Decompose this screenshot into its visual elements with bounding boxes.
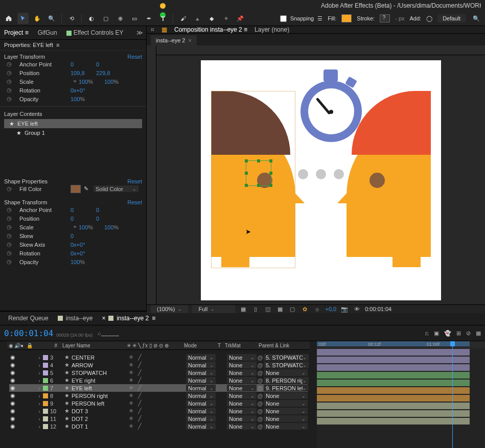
visibility-toggle[interactable]: ◉: [9, 361, 16, 369]
reset-shape-transform[interactable]: Reset: [127, 199, 142, 205]
layer-row[interactable]: ◉›11★DOT 2✳ ╱Normal⌄None⌄@None⌄: [9, 415, 308, 422]
s-scale-y[interactable]: 100%: [104, 224, 130, 230]
roto-brush-tool[interactable]: ✧: [220, 13, 232, 24]
blend-mode-select[interactable]: Normal⌄: [186, 385, 216, 391]
time-ruler[interactable]: :00f 00:12f 01:00f: [317, 341, 485, 348]
layer-name[interactable]: ★PERSON left: [61, 399, 129, 407]
eraser-tool[interactable]: ◆: [206, 13, 217, 24]
comp-flow-icon[interactable]: ⌗: [151, 26, 154, 33]
stopwatch-icon[interactable]: ◷: [4, 250, 14, 256]
brush-tool[interactable]: 🖌: [177, 13, 189, 24]
tab-render-queue[interactable]: Render Queue: [8, 315, 49, 322]
stopwatch-icon[interactable]: ◷: [4, 96, 14, 102]
blend-mode-select[interactable]: Normal⌄: [186, 415, 216, 422]
pickwhip-icon[interactable]: @: [257, 392, 264, 399]
pickwhip-icon[interactable]: @: [257, 384, 264, 392]
stroke-swatch[interactable]: ?: [380, 14, 390, 22]
track-matte-select[interactable]: None⌄: [227, 408, 257, 414]
position-x[interactable]: 109,8: [71, 70, 96, 76]
visibility-toggle[interactable]: ◉: [9, 422, 16, 430]
expand-toggle[interactable]: ›: [36, 353, 43, 361]
layer-name[interactable]: ★EYE left: [61, 384, 129, 392]
tab-effect-controls[interactable]: Effect Controls EY: [65, 27, 125, 38]
parent-select[interactable]: None⌄: [264, 392, 308, 399]
parent-select[interactable]: None⌄: [264, 408, 308, 414]
timecode-display[interactable]: 0:00:01:04: [4, 328, 53, 338]
layer-row[interactable]: ◉›6★EYE right✳ ╱Normal⌄None⌄@8. PERSON r…: [9, 376, 308, 384]
parent-select[interactable]: None⌄: [264, 415, 308, 422]
layer-bar[interactable]: [317, 418, 470, 425]
layer-bar[interactable]: [317, 380, 470, 386]
track-matte-select[interactable]: None⌄: [227, 385, 257, 391]
pickwhip-icon[interactable]: @: [257, 361, 264, 369]
layer-name[interactable]: ★CENTER: [61, 353, 129, 361]
layer-bar[interactable]: [317, 364, 470, 371]
anchor-y[interactable]: 0: [96, 61, 122, 67]
expand-toggle[interactable]: ›: [36, 376, 43, 384]
canvas[interactable]: ➤: [201, 60, 441, 300]
label-color[interactable]: [43, 409, 48, 414]
comp-subtab[interactable]: insta--eye 2×: [151, 35, 197, 45]
comp-flowchart-icon[interactable]: ⎌: [425, 330, 429, 337]
track-matte-select[interactable]: None⌄: [227, 354, 257, 361]
track-matte-select[interactable]: None⌄: [227, 362, 257, 368]
pen-tool[interactable]: ✒: [143, 13, 154, 24]
stopwatch-icon[interactable]: ◷: [4, 87, 14, 93]
layer-name[interactable]: ★DOT 2: [61, 415, 129, 422]
motion-blur-icon[interactable]: ⊘: [466, 330, 471, 337]
shape-tool[interactable]: ▭: [129, 13, 140, 24]
blend-mode-select[interactable]: Normal⌄: [186, 423, 216, 430]
visibility-toggle[interactable]: ◉: [9, 384, 16, 392]
label-color[interactable]: [43, 363, 48, 368]
tab-layer[interactable]: Layer (none): [255, 26, 289, 33]
link-icon[interactable]: ⚭: [71, 224, 79, 230]
layer-bar[interactable]: [317, 395, 470, 402]
zoom-tool[interactable]: 🔍: [46, 13, 57, 24]
pickwhip-icon[interactable]: @: [257, 422, 264, 430]
layer-name[interactable]: ★DOT 3: [61, 407, 129, 415]
layer-row[interactable]: ◉›8★PERSON right✳ ╱Normal⌄None⌄@None⌄: [9, 392, 308, 399]
pickwhip-icon[interactable]: @: [257, 353, 264, 361]
visibility-toggle[interactable]: ◉: [9, 392, 16, 399]
close-icon[interactable]: ×: [188, 37, 191, 43]
layer-bar[interactable]: [317, 357, 470, 363]
parent-select[interactable]: None⌄: [264, 400, 308, 407]
layer-row[interactable]: ◉›10★DOT 3✳ ╱Normal⌄None⌄@None⌄: [9, 407, 308, 415]
label-color[interactable]: [43, 424, 48, 429]
expand-toggle[interactable]: ›: [36, 369, 43, 376]
label-color[interactable]: [43, 393, 48, 398]
frame-blend-icon[interactable]: ⊞: [456, 330, 461, 337]
parent-select[interactable]: 8. PERSON rig⌄: [264, 377, 309, 384]
layer-row[interactable]: ◉›9★PERSON left✳ ╱Normal⌄None⌄@None⌄: [9, 399, 308, 407]
selection-tool[interactable]: [17, 13, 29, 24]
layer-name[interactable]: ★EYE right: [61, 376, 129, 384]
ruler-horizontal[interactable]: [156, 45, 485, 55]
track-matte-select[interactable]: None⌄: [227, 377, 257, 384]
stopwatch-icon[interactable]: ◷: [4, 69, 14, 76]
track-matte-select[interactable]: None⌄: [227, 400, 257, 407]
parent-select[interactable]: None⌄: [264, 423, 308, 430]
add-menu[interactable]: ◯: [426, 15, 432, 22]
content-item-group1[interactable]: ★Group 1: [4, 128, 142, 137]
label-color[interactable]: [43, 416, 48, 421]
ruler-vertical[interactable]: [147, 45, 156, 304]
layer-name[interactable]: ★ARROW: [61, 361, 129, 369]
expand-toggle[interactable]: ›: [36, 384, 43, 392]
anchor-x[interactable]: 0: [71, 61, 96, 67]
comp-mini-icon[interactable]: ▦: [161, 26, 167, 33]
s-anchor-x[interactable]: 0: [71, 207, 96, 213]
blend-mode-select[interactable]: Normal⌄: [186, 392, 216, 399]
puppet-tool[interactable]: 📌: [235, 13, 246, 24]
pickwhip-icon[interactable]: @: [257, 415, 264, 422]
camera-tool[interactable]: ▢: [100, 13, 111, 24]
layer-bar[interactable]: [317, 403, 470, 409]
fill-type-select[interactable]: Solid Color⌄: [94, 185, 138, 192]
parent-select[interactable]: 5. STOPWATC⌄: [264, 354, 309, 361]
stopwatch-icon[interactable]: ◷: [4, 215, 14, 222]
visibility-toggle[interactable]: ◉: [9, 415, 16, 422]
graph-editor-icon[interactable]: ▦: [476, 330, 481, 337]
expand-toggle[interactable]: ›: [36, 399, 43, 407]
blend-mode-select[interactable]: Normal⌄: [186, 369, 216, 376]
text-tool[interactable]: T: [157, 13, 169, 24]
fill-color-swatch[interactable]: [71, 185, 81, 193]
